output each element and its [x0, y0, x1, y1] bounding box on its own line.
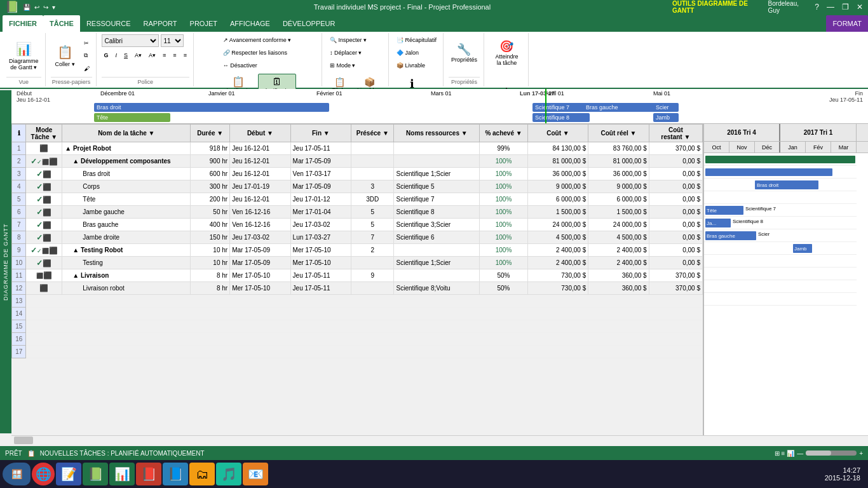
taskbar-blurb[interactable]: 📝 [56, 463, 81, 485]
row-name-7[interactable]: Bras gauche [62, 219, 191, 231]
taskbar-project[interactable]: 📗 [83, 463, 108, 485]
row-name-2[interactable]: ▲ Développement composantes [62, 155, 191, 168]
btn-underline[interactable]: S [121, 50, 130, 61]
qat-save[interactable]: 💾 [23, 4, 31, 11]
taskbar-word[interactable]: 📘 [163, 463, 188, 485]
today-label: Lun 17-03-27 [520, 90, 555, 97]
row-end-1: Jeu 17-05-11 [290, 142, 351, 155]
view-icons[interactable]: ⊞ ≡ 📊 [775, 450, 794, 457]
help-btn[interactable]: ? [815, 3, 819, 11]
qat-more[interactable]: ▾ [52, 4, 55, 11]
qat-redo[interactable]: ↪ [43, 4, 48, 11]
btn-font-color[interactable]: A▾ [146, 50, 158, 61]
col-header-name[interactable]: Nom de la tâche ▼ [62, 125, 191, 142]
col-header-cost[interactable]: Coût ▼ [527, 125, 588, 142]
start-button[interactable]: 🪟 [3, 463, 31, 485]
qat-undo[interactable]: ↩ [34, 4, 39, 11]
tab-developpeur[interactable]: DÉVELOPPEUR [276, 15, 342, 32]
col-header-end[interactable]: Fin ▼ [290, 125, 351, 142]
tab-fichier[interactable]: FICHIER [3, 15, 43, 32]
btn-atteindre[interactable]: 🎯 Atteindrela tâche [489, 34, 524, 71]
row-name-5[interactable]: Tête [62, 193, 191, 206]
tab-format[interactable]: FORMAT [826, 15, 868, 32]
table-row[interactable]: 4 ✓⬛ Corps 300 hr Jeu 17-01-19 Mar 17-05… [12, 180, 703, 193]
btn-liaisons[interactable]: 🔗 Respecter les liaisons [220, 47, 290, 58]
btn-inspecter[interactable]: 🔍 Inspecter ▾ [327, 34, 369, 46]
row-name-1[interactable]: ▲ Projet Robot [62, 142, 191, 155]
zoom-in[interactable]: + [859, 450, 863, 457]
zoom-slider[interactable] [806, 451, 857, 456]
row-mode-5: ✓⬛ [26, 193, 62, 206]
grid-area[interactable]: ℹ ModeTâche ▼ Nom de la tâche ▼ Durée ▼ … [11, 124, 704, 435]
btn-reproduire[interactable]: 🖌 [81, 63, 92, 74]
tab-projet[interactable]: PROJET [184, 15, 224, 32]
close-btn[interactable]: ✕ [857, 3, 863, 11]
table-row[interactable]: 8 ✓⬛ Jambe droite 150 hr Jeu 17-03-02 Lu… [12, 231, 703, 244]
table-row[interactable]: 9 ✓✓⬛⬛ ▲ Testing Robot 10 hr Mar 17-05-0… [12, 244, 703, 257]
btn-jalon[interactable]: 🔷 Jalon [394, 47, 421, 58]
row-name-10[interactable]: Testing [62, 257, 191, 269]
col-header-dur[interactable]: Durée ▼ [191, 125, 230, 142]
user-name[interactable]: Bordeleau, Guy [768, 0, 808, 14]
taskbar-chrome[interactable]: 🌐 [32, 463, 55, 485]
btn-coller[interactable]: 📋 Coller ▾ [51, 37, 79, 74]
btn-italic[interactable]: I [113, 50, 120, 61]
btn-align-right[interactable]: ≡ [181, 50, 189, 61]
taskbar-outlook[interactable]: 📧 [243, 463, 268, 485]
col-header-res[interactable]: Noms ressources ▼ [394, 125, 480, 142]
btn-bold[interactable]: G [102, 50, 111, 61]
col-header-rest[interactable]: Coûtrestant ▼ [649, 125, 702, 142]
table-row[interactable]: 7 ✓⬛ Bras gauche 400 hr Ven 16-12-16 Jeu… [12, 219, 703, 231]
font-family-select[interactable]: Calibri [102, 34, 159, 47]
tab-tache[interactable]: TÂCHE [43, 15, 80, 32]
table-row[interactable]: 3 ✓⬛ Bras droit 600 hr Jeu 16-12-01 Ven … [12, 168, 703, 180]
tab-ressource[interactable]: RESSOURCE [80, 15, 137, 32]
table-row[interactable]: 12 ⬛ Livraison robot 8 hr Mer 17-05-10 J… [12, 282, 703, 295]
table-row[interactable]: 6 ✓⬛ Jambe gauche 50 hr Ven 16-12-16 Mer… [12, 206, 703, 219]
btn-deplacer[interactable]: ↕ Déplacer ▾ [327, 47, 365, 58]
btn-avancement[interactable]: ↗ Avancement conforme ▾ [220, 34, 294, 46]
table-row[interactable]: 1 ⬛ ▲ Projet Robot 918 hr Jeu 16-12-01 J… [12, 142, 703, 155]
restore-btn[interactable]: ❐ [842, 3, 849, 11]
btn-align-left[interactable]: ≡ [160, 50, 168, 61]
btn-livrable-ins[interactable]: 📦 Livrable [394, 60, 428, 71]
table-row[interactable]: 2 ✓✓⬛⬛ ▲ Développement composantes 900 h… [12, 155, 703, 168]
btn-highlight-color[interactable]: A▾ [132, 50, 144, 61]
col-header-pred[interactable]: Préséce ▼ [351, 125, 394, 142]
table-row[interactable]: 10 ✓⬛ Testing 10 hr Mar 17-05-09 Mer 17-… [12, 257, 703, 269]
taskbar-explorer[interactable]: 🗂 [189, 463, 215, 485]
row-name-9[interactable]: ▲ Testing Robot [62, 244, 191, 257]
row-name-8[interactable]: Jambe droite [62, 231, 191, 244]
col-header-start[interactable]: Début ▼ [230, 125, 290, 142]
table-row[interactable]: 11 ⬛⬛ ▲ Livraison 8 hr Mer 17-05-10 Jeu … [12, 269, 703, 282]
row-name-4[interactable]: Corps [62, 180, 191, 193]
row-name-11[interactable]: ▲ Livraison [62, 269, 191, 282]
btn-recapitulatif[interactable]: 📑 Récapitulatif [394, 34, 439, 46]
minimize-btn[interactable]: — [827, 3, 834, 11]
table-row[interactable]: 5 ✓⬛ Tête 200 hr Jeu 16-12-01 Jeu 17-01-… [12, 193, 703, 206]
font-size-select[interactable]: 11 [161, 34, 184, 47]
tab-affichage[interactable]: AFFICHAGE [224, 15, 276, 32]
col-header-real[interactable]: Coût réel ▼ [588, 125, 649, 142]
row-name-3[interactable]: Bras droit [62, 168, 191, 180]
tab-rapport[interactable]: RAPPORT [137, 15, 184, 32]
btn-proprietes[interactable]: 🔧 Propriétés [449, 34, 480, 71]
taskbar-powerpoint[interactable]: 📕 [136, 463, 161, 485]
col-header-mode[interactable]: ModeTâche ▼ [26, 125, 62, 142]
gantt-row-4 [704, 191, 857, 204]
btn-copier[interactable]: ⧉ [81, 50, 92, 62]
row-num-8: 8 [12, 231, 26, 244]
taskbar-excel[interactable]: 📊 [109, 463, 135, 485]
btn-mode[interactable]: ⊞ Mode ▾ [327, 60, 358, 71]
row-name-12[interactable]: Livraison robot [62, 282, 191, 295]
btn-align-center[interactable]: ≡ [170, 50, 179, 61]
gantt-chart[interactable]: 2016 Tri 4 2017 Tri 1 Oct Nov Déc Jan Fé… [704, 124, 868, 435]
btn-couper[interactable]: ✂ [81, 37, 92, 49]
col-header-pct[interactable]: % achevé ▼ [480, 125, 528, 142]
horizontal-scrollbar[interactable] [11, 435, 868, 444]
taskbar-music[interactable]: 🎵 [216, 463, 241, 485]
btn-desactiver[interactable]: ↔ Désactiver [220, 60, 260, 71]
zoom-out[interactable]: — [797, 450, 803, 457]
btn-gantt-view[interactable]: 📊 Diagrammede Gantt ▾ [6, 37, 41, 74]
row-name-6[interactable]: Jambe gauche [62, 206, 191, 219]
